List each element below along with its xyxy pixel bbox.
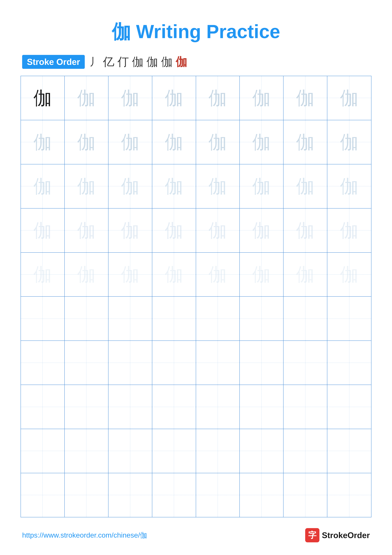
- grid-cell[interactable]: 伽: [108, 209, 152, 252]
- grid-cell[interactable]: [240, 473, 284, 517]
- grid-cell[interactable]: [284, 429, 327, 473]
- grid-cell[interactable]: [196, 297, 240, 340]
- practice-char: 伽: [340, 133, 358, 151]
- grid-cell[interactable]: [327, 297, 371, 340]
- grid-cell[interactable]: [21, 473, 65, 517]
- practice-char: 伽: [77, 133, 95, 151]
- grid-cell[interactable]: [108, 385, 152, 429]
- practice-char: 伽: [296, 177, 314, 195]
- grid-cell[interactable]: [65, 473, 108, 517]
- footer-url[interactable]: https://www.strokeorder.com/chinese/伽: [22, 531, 147, 540]
- grid-cell[interactable]: [196, 341, 240, 385]
- grid-cell[interactable]: [108, 429, 152, 473]
- grid-cell[interactable]: [196, 473, 240, 517]
- grid-cell[interactable]: 伽: [240, 164, 284, 208]
- grid-cell[interactable]: [240, 429, 284, 473]
- grid-cell[interactable]: 伽: [196, 76, 240, 120]
- grid-cell[interactable]: [240, 385, 284, 429]
- grid-cell[interactable]: [284, 341, 327, 385]
- grid-cell[interactable]: 伽: [152, 253, 196, 297]
- grid-cell[interactable]: [152, 429, 196, 473]
- practice-char: 伽: [296, 133, 314, 151]
- grid-cell[interactable]: 伽: [284, 209, 327, 252]
- footer: https://www.strokeorder.com/chinese/伽 字 …: [0, 528, 392, 542]
- grid-cell[interactable]: 伽: [108, 164, 152, 208]
- grid-cell[interactable]: [152, 297, 196, 340]
- grid-cell[interactable]: 伽: [284, 76, 327, 120]
- grid-cell[interactable]: [65, 341, 108, 385]
- grid-cell[interactable]: 伽: [152, 164, 196, 208]
- grid-cell[interactable]: 伽: [21, 164, 65, 208]
- grid-cell[interactable]: 伽: [240, 253, 284, 297]
- grid-cell[interactable]: [327, 385, 371, 429]
- grid-cell[interactable]: 伽: [65, 120, 108, 164]
- grid-cell[interactable]: 伽: [284, 253, 327, 297]
- grid-cell[interactable]: 伽: [65, 253, 108, 297]
- grid-cell[interactable]: 伽: [240, 76, 284, 120]
- grid-cell[interactable]: 伽: [196, 120, 240, 164]
- grid-cell[interactable]: 伽: [196, 164, 240, 208]
- practice-char: 伽: [252, 177, 271, 195]
- practice-char: 伽: [165, 133, 183, 151]
- grid-cell[interactable]: 伽: [327, 164, 371, 208]
- grid-cell[interactable]: 伽: [284, 120, 327, 164]
- grid-cell[interactable]: 伽: [21, 76, 65, 120]
- grid-cell[interactable]: 伽: [196, 209, 240, 252]
- practice-char: 伽: [340, 221, 358, 240]
- grid-cell[interactable]: 伽: [65, 76, 108, 120]
- grid-cell[interactable]: [21, 341, 65, 385]
- grid-cell[interactable]: [108, 473, 152, 517]
- practice-char: 伽: [209, 133, 227, 151]
- grid-cell[interactable]: 伽: [327, 76, 371, 120]
- grid-cell[interactable]: [152, 473, 196, 517]
- grid-cell[interactable]: [21, 297, 65, 340]
- grid-cell[interactable]: 伽: [152, 209, 196, 252]
- grid-cell[interactable]: 伽: [21, 209, 65, 252]
- practice-char: 伽: [34, 89, 52, 107]
- grid-cell[interactable]: 伽: [284, 164, 327, 208]
- grid-cell[interactable]: [240, 341, 284, 385]
- grid-cell[interactable]: [196, 385, 240, 429]
- grid-cell[interactable]: [327, 341, 371, 385]
- grid-cell[interactable]: [284, 297, 327, 340]
- grid-cell[interactable]: 伽: [152, 76, 196, 120]
- page-title: 伽 Writing Practice: [0, 0, 392, 54]
- grid-cell[interactable]: [65, 385, 108, 429]
- grid-cell[interactable]: 伽: [21, 120, 65, 164]
- grid-cell[interactable]: [284, 385, 327, 429]
- grid-cell[interactable]: 伽: [240, 120, 284, 164]
- grid-cell[interactable]: 伽: [65, 164, 108, 208]
- grid-cell[interactable]: 伽: [240, 209, 284, 252]
- practice-char: 伽: [209, 89, 227, 107]
- grid-cell[interactable]: [152, 385, 196, 429]
- grid-cell[interactable]: [327, 473, 371, 517]
- grid-cell[interactable]: 伽: [65, 209, 108, 252]
- stroke-7: 伽: [176, 54, 187, 69]
- grid-cell[interactable]: 伽: [327, 120, 371, 164]
- grid-cell[interactable]: [108, 341, 152, 385]
- grid-cell[interactable]: 伽: [21, 253, 65, 297]
- grid-row: 伽 伽 伽 伽 伽 伽 伽 伽: [21, 209, 371, 253]
- grid-cell[interactable]: [284, 473, 327, 517]
- grid-cell[interactable]: [327, 429, 371, 473]
- grid-cell[interactable]: 伽: [327, 253, 371, 297]
- practice-char: 伽: [121, 133, 139, 151]
- grid-cell[interactable]: [65, 429, 108, 473]
- grid-cell[interactable]: 伽: [108, 76, 152, 120]
- practice-char: 伽: [77, 177, 95, 195]
- grid-cell[interactable]: [21, 429, 65, 473]
- practice-char: 伽: [77, 265, 95, 284]
- grid-cell[interactable]: [240, 297, 284, 340]
- grid-cell[interactable]: [21, 385, 65, 429]
- grid-cell[interactable]: 伽: [327, 209, 371, 252]
- grid-cell[interactable]: [152, 341, 196, 385]
- stroke-5: 伽: [147, 54, 158, 69]
- grid-cell[interactable]: [196, 429, 240, 473]
- grid-cell[interactable]: 伽: [108, 253, 152, 297]
- practice-char: 伽: [34, 177, 52, 195]
- grid-cell[interactable]: 伽: [108, 120, 152, 164]
- grid-cell[interactable]: [108, 297, 152, 340]
- grid-cell[interactable]: [65, 297, 108, 340]
- grid-cell[interactable]: 伽: [196, 253, 240, 297]
- grid-cell[interactable]: 伽: [152, 120, 196, 164]
